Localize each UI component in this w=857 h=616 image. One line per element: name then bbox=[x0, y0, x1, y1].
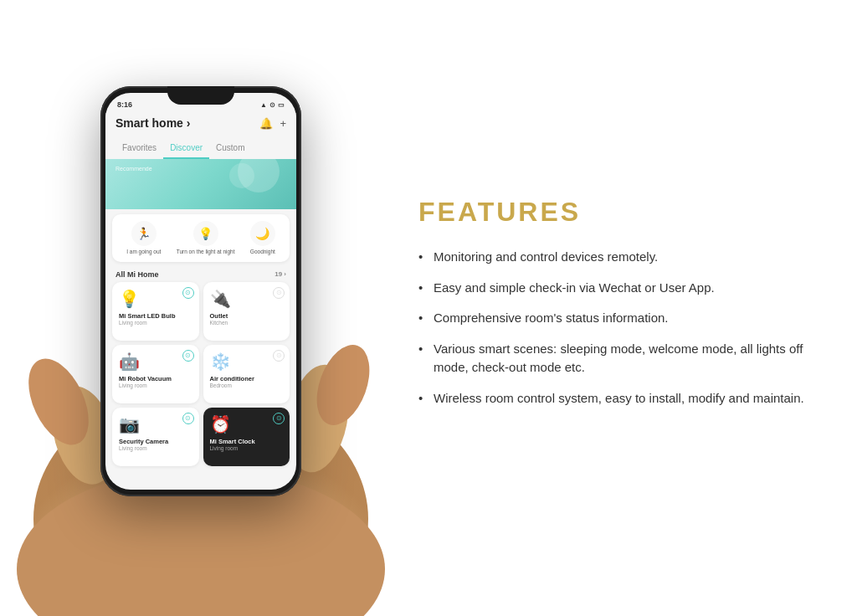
add-icon[interactable]: + bbox=[280, 117, 286, 130]
outlet-name: Outlet bbox=[210, 312, 284, 320]
goodnight-icon: 🌙 bbox=[250, 221, 275, 246]
vacuum-toggle[interactable]: ⊙ bbox=[182, 350, 194, 362]
clock-location: Living room bbox=[210, 445, 284, 451]
feature-item-1: Monitoring and control devices remotely. bbox=[418, 248, 824, 267]
recommended-label: Recommende bbox=[115, 166, 286, 172]
scene-going-out[interactable]: 🏃 I am going out bbox=[126, 221, 161, 255]
night-light-label: Turn on the light at night bbox=[177, 249, 235, 255]
ac-name: Air conditioner bbox=[210, 375, 284, 382]
vacuum-name: Mi Robot Vacuum bbox=[119, 375, 192, 382]
camera-name: Security Camera bbox=[119, 438, 192, 445]
led-bulb-location: Living room bbox=[119, 320, 192, 326]
phone-frame: 8:16 ▲ ⊙ ▭ Smart home › 🔔 + bbox=[100, 86, 301, 496]
notification-icon[interactable]: 🔔 bbox=[259, 117, 273, 130]
feature-item-3: Comprehensive room's status information. bbox=[418, 309, 824, 328]
going-out-label: I am going out bbox=[126, 249, 161, 255]
app-header: Smart home › 🔔 + bbox=[105, 113, 296, 141]
features-title: FEATURES bbox=[418, 197, 824, 228]
app-title-row: Smart home › 🔔 + bbox=[115, 116, 286, 130]
clock: 8:16 bbox=[117, 100, 132, 109]
outlet-location: Kitchen bbox=[210, 320, 284, 326]
device-count[interactable]: 19 › bbox=[275, 270, 286, 278]
tab-bar: Favorites Discover Custom bbox=[105, 141, 296, 159]
device-card-camera[interactable]: ⊙ 📷 Security Camera Living room bbox=[112, 408, 199, 466]
led-bulb-icon: 💡 bbox=[119, 289, 192, 309]
device-card-led-bulb[interactable]: ⊙ 💡 Mi Smart LED Bulb Living room bbox=[112, 282, 199, 341]
camera-toggle[interactable]: ⊙ bbox=[182, 413, 194, 424]
all-mi-home-label: All Mi Home bbox=[115, 270, 159, 279]
features-list: Monitoring and control devices remotely.… bbox=[418, 248, 824, 419]
feature-item-4: Various smart scenes: sleeping mode, wel… bbox=[418, 340, 824, 377]
led-bulb-toggle[interactable]: ⊙ bbox=[182, 287, 194, 299]
feature-item-5: Wireless room control system, easy to in… bbox=[418, 389, 824, 408]
scenes-card: 🏃 I am going out 💡 Turn on the light at … bbox=[112, 214, 290, 262]
camera-location: Living room bbox=[119, 445, 192, 451]
clock-name: Mi Smart Clock bbox=[210, 438, 284, 445]
tab-discover[interactable]: Discover bbox=[163, 141, 209, 159]
all-mi-home-header: All Mi Home 19 › bbox=[105, 267, 296, 282]
battery-icon: ▭ bbox=[278, 101, 285, 109]
header-icons-group: 🔔 + bbox=[259, 117, 286, 130]
vacuum-location: Living room bbox=[119, 382, 192, 388]
scene-goodnight[interactable]: 🌙 Goodnight bbox=[250, 221, 275, 255]
devices-grid: ⊙ 💡 Mi Smart LED Bulb Living room ⊙ 🔌 Ou… bbox=[105, 282, 296, 466]
vacuum-icon: 🤖 bbox=[119, 352, 192, 372]
phone-notch bbox=[167, 86, 234, 105]
tab-custom[interactable]: Custom bbox=[209, 141, 251, 159]
scenes-row: 🏃 I am going out 💡 Turn on the light at … bbox=[119, 221, 283, 255]
right-section: FEATURES Monitoring and control devices … bbox=[402, 0, 857, 616]
goodnight-label: Goodnight bbox=[250, 249, 275, 255]
outlet-icon: 🔌 bbox=[210, 289, 284, 309]
night-light-icon: 💡 bbox=[193, 221, 218, 246]
ac-location: Bedroom bbox=[210, 382, 284, 388]
status-icons: ▲ ⊙ ▭ bbox=[260, 101, 285, 109]
ac-toggle[interactable]: ⊙ bbox=[273, 350, 285, 362]
outlet-toggle[interactable]: ⊙ bbox=[273, 287, 285, 299]
device-card-vacuum[interactable]: ⊙ 🤖 Mi Robot Vacuum Living room bbox=[112, 345, 199, 403]
camera-icon: 📷 bbox=[119, 414, 192, 434]
clock-toggle[interactable]: ⊙ bbox=[273, 413, 285, 424]
device-card-ac[interactable]: ⊙ ❄️ Air conditioner Bedroom bbox=[203, 345, 290, 403]
left-section: 8:16 ▲ ⊙ ▭ Smart home › 🔔 + bbox=[0, 0, 402, 616]
hero-section: Recommende bbox=[105, 159, 296, 209]
app-title: Smart home › bbox=[115, 116, 190, 130]
tab-favorites[interactable]: Favorites bbox=[115, 141, 163, 159]
phone-mockup: 8:16 ▲ ⊙ ▭ Smart home › 🔔 + bbox=[100, 136, 301, 496]
signal-icon: ▲ bbox=[260, 101, 267, 109]
device-card-outlet[interactable]: ⊙ 🔌 Outlet Kitchen bbox=[203, 282, 290, 341]
ac-icon: ❄️ bbox=[210, 352, 284, 372]
feature-item-2: Easy and simple check-in via Wechat or U… bbox=[418, 279, 824, 298]
phone-screen: 8:16 ▲ ⊙ ▭ Smart home › 🔔 + bbox=[105, 93, 296, 490]
clock-icon: ⏰ bbox=[210, 414, 284, 434]
led-bulb-name: Mi Smart LED Bulb bbox=[119, 312, 192, 320]
device-card-clock[interactable]: ⊙ ⏰ Mi Smart Clock Living room bbox=[203, 408, 290, 466]
wifi-icon: ⊙ bbox=[269, 101, 275, 109]
going-out-icon: 🏃 bbox=[131, 221, 157, 246]
scene-night-light[interactable]: 💡 Turn on the light at night bbox=[177, 221, 235, 255]
